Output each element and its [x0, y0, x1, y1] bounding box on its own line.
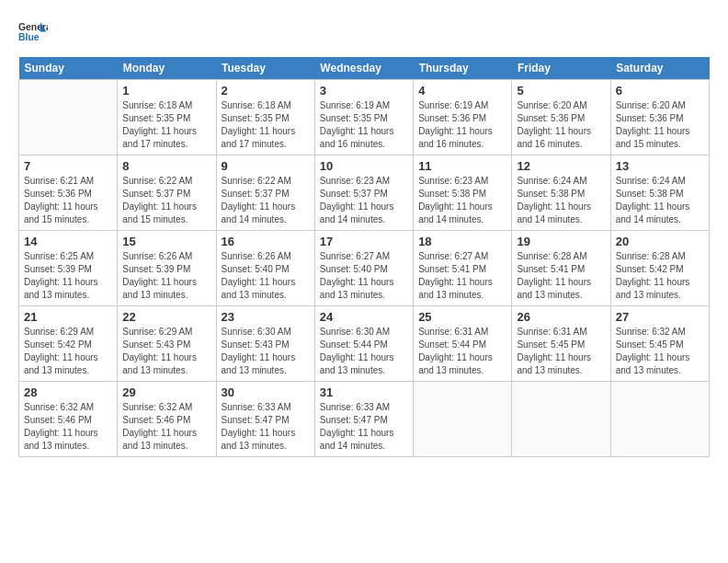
day-number: 4 — [418, 84, 506, 98]
calendar-cell: 31Sunrise: 6:33 AM Sunset: 5:47 PM Dayli… — [314, 382, 413, 457]
day-number: 13 — [616, 159, 704, 173]
calendar-cell: 12Sunrise: 6:24 AM Sunset: 5:38 PM Dayli… — [512, 155, 610, 231]
day-number: 18 — [418, 235, 506, 248]
calendar-cell: 27Sunrise: 6:32 AM Sunset: 5:45 PM Dayli… — [610, 306, 709, 382]
calendar-table: SundayMondayTuesdayWednesdayThursdayFrid… — [18, 57, 710, 457]
day-number: 26 — [517, 310, 605, 324]
day-info: Sunrise: 6:23 AM Sunset: 5:37 PM Dayligh… — [320, 175, 408, 226]
logo: GeneralBlue — [18, 18, 48, 48]
day-info: Sunrise: 6:26 AM Sunset: 5:39 PM Dayligh… — [122, 250, 210, 302]
day-number: 23 — [222, 310, 310, 324]
calendar-cell: 24Sunrise: 6:30 AM Sunset: 5:44 PM Dayli… — [314, 306, 413, 382]
calendar-cell — [610, 382, 709, 457]
day-number: 1 — [122, 84, 210, 98]
calendar-week-row: 28Sunrise: 6:32 AM Sunset: 5:46 PM Dayli… — [19, 382, 710, 457]
day-number: 17 — [320, 235, 408, 248]
day-info: Sunrise: 6:26 AM Sunset: 5:40 PM Dayligh… — [222, 250, 310, 302]
calendar-cell: 3Sunrise: 6:19 AM Sunset: 5:35 PM Daylig… — [314, 80, 413, 155]
day-info: Sunrise: 6:18 AM Sunset: 5:35 PM Dayligh… — [222, 99, 310, 151]
calendar-day-header: Monday — [118, 57, 216, 80]
day-number: 20 — [616, 235, 704, 248]
calendar-cell: 23Sunrise: 6:30 AM Sunset: 5:43 PM Dayli… — [216, 306, 314, 382]
day-info: Sunrise: 6:23 AM Sunset: 5:38 PM Dayligh… — [418, 175, 506, 226]
day-info: Sunrise: 6:32 AM Sunset: 5:46 PM Dayligh… — [24, 401, 112, 453]
day-info: Sunrise: 6:22 AM Sunset: 5:37 PM Dayligh… — [222, 175, 310, 226]
day-number: 22 — [122, 310, 210, 324]
day-info: Sunrise: 6:24 AM Sunset: 5:38 PM Dayligh… — [616, 175, 704, 226]
calendar-day-header: Saturday — [610, 57, 709, 80]
calendar-cell: 22Sunrise: 6:29 AM Sunset: 5:43 PM Dayli… — [118, 306, 216, 382]
logo-icon: GeneralBlue — [18, 18, 48, 48]
day-info: Sunrise: 6:27 AM Sunset: 5:40 PM Dayligh… — [320, 250, 408, 302]
calendar-cell: 21Sunrise: 6:29 AM Sunset: 5:42 PM Dayli… — [19, 306, 118, 382]
day-info: Sunrise: 6:28 AM Sunset: 5:42 PM Dayligh… — [616, 250, 704, 302]
calendar-cell: 8Sunrise: 6:22 AM Sunset: 5:37 PM Daylig… — [118, 155, 216, 231]
calendar-day-header: Tuesday — [216, 57, 314, 80]
calendar-day-header: Friday — [512, 57, 610, 80]
day-number: 24 — [320, 310, 408, 324]
day-number: 7 — [24, 159, 112, 173]
day-info: Sunrise: 6:29 AM Sunset: 5:42 PM Dayligh… — [24, 326, 112, 377]
day-number: 5 — [517, 84, 605, 98]
calendar-cell: 10Sunrise: 6:23 AM Sunset: 5:37 PM Dayli… — [314, 155, 413, 231]
calendar-cell: 9Sunrise: 6:22 AM Sunset: 5:37 PM Daylig… — [216, 155, 314, 231]
day-info: Sunrise: 6:32 AM Sunset: 5:46 PM Dayligh… — [122, 401, 210, 453]
calendar-cell: 19Sunrise: 6:28 AM Sunset: 5:41 PM Dayli… — [512, 231, 610, 306]
calendar-cell: 6Sunrise: 6:20 AM Sunset: 5:36 PM Daylig… — [610, 80, 709, 155]
day-number: 31 — [320, 385, 408, 399]
day-number: 21 — [24, 310, 112, 324]
day-info: Sunrise: 6:32 AM Sunset: 5:45 PM Dayligh… — [616, 326, 704, 377]
day-info: Sunrise: 6:27 AM Sunset: 5:41 PM Dayligh… — [418, 250, 506, 302]
day-info: Sunrise: 6:18 AM Sunset: 5:35 PM Dayligh… — [122, 99, 210, 151]
day-info: Sunrise: 6:28 AM Sunset: 5:41 PM Dayligh… — [517, 250, 605, 302]
calendar-cell: 15Sunrise: 6:26 AM Sunset: 5:39 PM Dayli… — [118, 231, 216, 306]
day-info: Sunrise: 6:20 AM Sunset: 5:36 PM Dayligh… — [517, 99, 605, 151]
day-number: 10 — [320, 159, 408, 173]
day-info: Sunrise: 6:30 AM Sunset: 5:43 PM Dayligh… — [222, 326, 310, 377]
calendar-day-header: Wednesday — [314, 57, 413, 80]
day-info: Sunrise: 6:25 AM Sunset: 5:39 PM Dayligh… — [24, 250, 112, 302]
calendar-cell: 25Sunrise: 6:31 AM Sunset: 5:44 PM Dayli… — [414, 306, 512, 382]
calendar-cell: 26Sunrise: 6:31 AM Sunset: 5:45 PM Dayli… — [512, 306, 610, 382]
calendar-cell: 1Sunrise: 6:18 AM Sunset: 5:35 PM Daylig… — [118, 80, 216, 155]
page-header: GeneralBlue — [18, 18, 710, 48]
calendar-cell: 20Sunrise: 6:28 AM Sunset: 5:42 PM Dayli… — [610, 231, 709, 306]
calendar-cell: 5Sunrise: 6:20 AM Sunset: 5:36 PM Daylig… — [512, 80, 610, 155]
calendar-week-row: 1Sunrise: 6:18 AM Sunset: 5:35 PM Daylig… — [19, 80, 710, 155]
day-number: 27 — [616, 310, 704, 324]
day-number: 19 — [517, 235, 605, 248]
calendar-body: 1Sunrise: 6:18 AM Sunset: 5:35 PM Daylig… — [19, 80, 710, 457]
day-number: 6 — [616, 84, 704, 98]
day-info: Sunrise: 6:19 AM Sunset: 5:35 PM Dayligh… — [320, 99, 408, 151]
day-info: Sunrise: 6:31 AM Sunset: 5:44 PM Dayligh… — [418, 326, 506, 377]
calendar-header-row: SundayMondayTuesdayWednesdayThursdayFrid… — [19, 57, 710, 80]
day-info: Sunrise: 6:19 AM Sunset: 5:36 PM Dayligh… — [418, 99, 506, 151]
calendar-cell: 13Sunrise: 6:24 AM Sunset: 5:38 PM Dayli… — [610, 155, 709, 231]
day-info: Sunrise: 6:33 AM Sunset: 5:47 PM Dayligh… — [320, 401, 408, 453]
calendar-cell: 16Sunrise: 6:26 AM Sunset: 5:40 PM Dayli… — [216, 231, 314, 306]
calendar-cell: 17Sunrise: 6:27 AM Sunset: 5:40 PM Dayli… — [314, 231, 413, 306]
day-info: Sunrise: 6:30 AM Sunset: 5:44 PM Dayligh… — [320, 326, 408, 377]
day-info: Sunrise: 6:20 AM Sunset: 5:36 PM Dayligh… — [616, 99, 704, 151]
calendar-cell: 11Sunrise: 6:23 AM Sunset: 5:38 PM Dayli… — [414, 155, 512, 231]
day-number: 15 — [122, 235, 210, 248]
day-info: Sunrise: 6:31 AM Sunset: 5:45 PM Dayligh… — [517, 326, 605, 377]
day-info: Sunrise: 6:33 AM Sunset: 5:47 PM Dayligh… — [222, 401, 310, 453]
calendar-cell: 30Sunrise: 6:33 AM Sunset: 5:47 PM Dayli… — [216, 382, 314, 457]
svg-text:Blue: Blue — [18, 32, 40, 42]
calendar-cell: 28Sunrise: 6:32 AM Sunset: 5:46 PM Dayli… — [19, 382, 118, 457]
calendar-cell: 4Sunrise: 6:19 AM Sunset: 5:36 PM Daylig… — [414, 80, 512, 155]
day-number: 2 — [222, 84, 310, 98]
day-number: 11 — [418, 159, 506, 173]
calendar-cell: 14Sunrise: 6:25 AM Sunset: 5:39 PM Dayli… — [19, 231, 118, 306]
day-number: 25 — [418, 310, 506, 324]
day-number: 28 — [24, 385, 112, 399]
day-number: 29 — [122, 385, 210, 399]
calendar-cell — [414, 382, 512, 457]
calendar-cell — [19, 80, 118, 155]
day-info: Sunrise: 6:21 AM Sunset: 5:36 PM Dayligh… — [24, 175, 112, 226]
day-number: 14 — [24, 235, 112, 248]
day-number: 30 — [222, 385, 310, 399]
calendar-cell: 29Sunrise: 6:32 AM Sunset: 5:46 PM Dayli… — [118, 382, 216, 457]
calendar-cell — [512, 382, 610, 457]
